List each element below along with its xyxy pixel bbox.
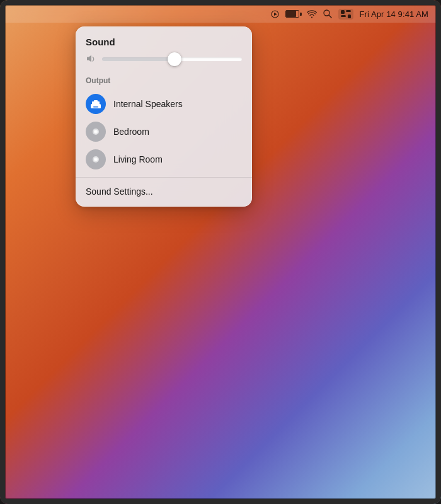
panel-divider bbox=[76, 177, 252, 178]
living-room-icon bbox=[86, 149, 106, 169]
svg-rect-11 bbox=[93, 106, 98, 108]
output-item-living-room[interactable]: Living Room bbox=[76, 146, 252, 173]
play-icon[interactable] bbox=[271, 10, 279, 18]
volume-thumb[interactable] bbox=[168, 52, 181, 66]
bedroom-label: Bedroom bbox=[113, 127, 149, 137]
wifi-icon[interactable] bbox=[307, 10, 317, 18]
menubar: Fri Apr 14 9:41 AM bbox=[5, 5, 436, 23]
svg-line-3 bbox=[329, 15, 331, 18]
sound-panel: Sound Output Internal Speaker bbox=[76, 26, 252, 207]
svg-rect-10 bbox=[94, 100, 98, 102]
battery-icon[interactable] bbox=[285, 10, 301, 18]
volume-icon bbox=[86, 54, 97, 65]
output-item-internal-speakers[interactable]: Internal Speakers bbox=[76, 90, 252, 118]
menubar-datetime[interactable]: Fri Apr 14 9:41 AM bbox=[360, 9, 428, 19]
bedroom-icon bbox=[86, 122, 106, 142]
internal-speakers-label: Internal Speakers bbox=[113, 99, 183, 109]
output-section-label: Output bbox=[76, 74, 252, 90]
sound-settings-label: Sound Settings... bbox=[86, 186, 153, 197]
panel-title: Sound bbox=[76, 37, 252, 54]
volume-row bbox=[76, 54, 252, 74]
svg-rect-5 bbox=[346, 10, 351, 12]
output-item-bedroom[interactable]: Bedroom bbox=[76, 118, 252, 146]
volume-slider[interactable] bbox=[102, 54, 242, 65]
svg-point-17 bbox=[95, 159, 97, 161]
svg-point-14 bbox=[95, 131, 97, 133]
internal-speakers-icon bbox=[86, 94, 106, 114]
sound-settings-link[interactable]: Sound Settings... bbox=[76, 181, 252, 202]
svg-rect-8 bbox=[91, 104, 101, 108]
search-icon[interactable] bbox=[323, 9, 332, 18]
control-center-icon[interactable] bbox=[338, 9, 353, 20]
svg-rect-7 bbox=[348, 14, 351, 18]
svg-rect-4 bbox=[341, 10, 345, 14]
svg-rect-6 bbox=[341, 15, 346, 17]
living-room-label: Living Room bbox=[113, 154, 163, 164]
svg-marker-1 bbox=[274, 13, 277, 16]
